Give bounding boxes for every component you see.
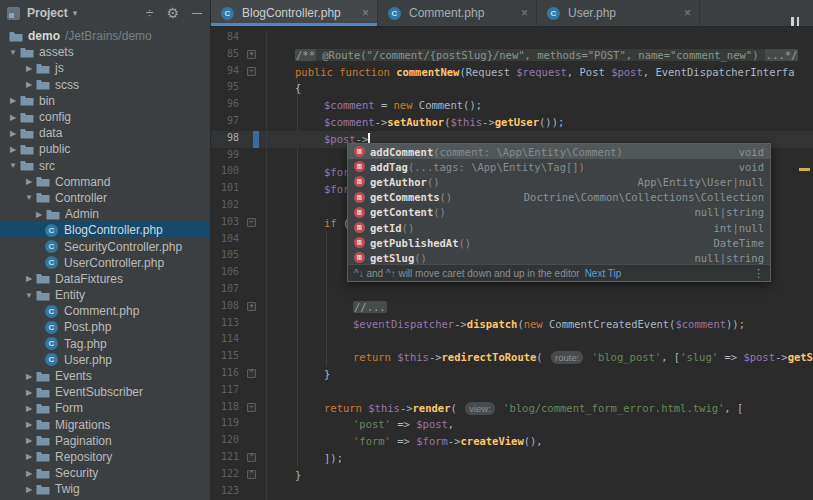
fold-marker-icon[interactable]: − (247, 67, 256, 76)
tree-item-config[interactable]: ▶config (0, 109, 210, 125)
gutter[interactable]: 108+ (211, 299, 267, 316)
editor-tab-user-php[interactable]: CUser.php× (537, 0, 700, 26)
gutter[interactable]: 120 (211, 433, 267, 450)
fold-marker-icon[interactable]: + (247, 50, 256, 59)
chevron-right-icon[interactable]: ▶ (7, 145, 19, 154)
code-line-84[interactable]: 84 (211, 30, 813, 47)
completion-item-getContent[interactable]: mgetContent()null|string (348, 205, 770, 220)
gutter[interactable]: 85+ (211, 47, 267, 64)
gutter[interactable]: 95 (211, 80, 267, 97)
gutter[interactable]: 115 (211, 349, 267, 366)
tree-item-security[interactable]: ▶Security (0, 465, 210, 481)
gear-icon[interactable]: ⚙ (167, 6, 180, 20)
code-line-94[interactable]: 94−public function commentNew(Request $r… (211, 64, 813, 81)
gutter[interactable]: 106 (211, 265, 267, 282)
gutter[interactable]: 103− (211, 215, 267, 232)
fold-marker-icon[interactable]: ^ (247, 453, 256, 462)
tree-item-admin[interactable]: ▶Admin (0, 206, 210, 222)
chevron-right-icon[interactable]: ▶ (23, 436, 35, 445)
close-icon[interactable]: × (362, 6, 369, 20)
code-line-95[interactable]: 95{ (211, 80, 813, 97)
chevron-right-icon[interactable]: ▶ (23, 274, 35, 283)
gutter[interactable]: 107 (211, 282, 267, 299)
warning-stripe-mark[interactable] (799, 168, 810, 171)
more-options-icon[interactable]: ⋮ (753, 267, 764, 280)
tree-item-demo[interactable]: demo/JetBrains/demo (0, 28, 210, 44)
tree-item-js[interactable]: ▶js (0, 60, 210, 76)
gutter[interactable]: 122^ (211, 467, 267, 484)
tree-item-src[interactable]: ▼src (0, 158, 210, 174)
editor-tab-comment-php[interactable]: CComment.php× (378, 0, 537, 26)
editor-tab-blogcontroller-php[interactable]: CBlogController.php× (211, 0, 378, 26)
gutter[interactable]: 123 (211, 484, 267, 500)
chevron-right-icon[interactable]: ▶ (23, 388, 35, 397)
tree-item-usercontroller-php[interactable]: CUserController.php (0, 255, 210, 271)
tree-item-data[interactable]: ▶data (0, 125, 210, 141)
tree-item-public[interactable]: ▶public (0, 141, 210, 157)
tree-item-form[interactable]: ▶Form (0, 400, 210, 416)
chevron-right-icon[interactable]: ▶ (23, 469, 35, 478)
completion-item-getId[interactable]: mgetId()int|null (348, 220, 770, 235)
project-panel-title[interactable]: Project (27, 6, 68, 20)
gutter[interactable]: 104 (211, 232, 267, 249)
close-icon[interactable]: × (684, 6, 691, 20)
chevron-right-icon[interactable]: ▶ (23, 452, 35, 461)
chevron-right-icon[interactable]: ▶ (23, 485, 35, 494)
tree-item-comment-php[interactable]: CComment.php (0, 303, 210, 319)
code-line-117[interactable]: 117 (211, 383, 813, 400)
tree-item-post-php[interactable]: CPost.php (0, 319, 210, 335)
chevron-right-icon[interactable]: ▶ (7, 96, 19, 105)
gutter[interactable]: 100 (211, 164, 267, 181)
tree-item-pagination[interactable]: ▶Pagination (0, 433, 210, 449)
code-line-115[interactable]: 115return $this->redirectToRoute( route:… (211, 349, 813, 366)
gutter[interactable]: 102 (211, 198, 267, 215)
gutter[interactable]: 105 (211, 248, 267, 265)
tree-item-events[interactable]: ▶Events (0, 368, 210, 384)
code-line-121[interactable]: 121^]); (211, 450, 813, 467)
code-line-108[interactable]: 108+//... (211, 299, 813, 316)
gutter[interactable]: 118− (211, 400, 267, 417)
tree-item-controller[interactable]: ▼Controller (0, 190, 210, 206)
chevron-right-icon[interactable]: ▶ (23, 404, 35, 413)
gutter[interactable]: 84 (211, 30, 267, 47)
next-tip-link[interactable]: Next Tip (585, 268, 622, 279)
gutter[interactable]: 96 (211, 97, 267, 114)
gutter[interactable]: 117 (211, 383, 267, 400)
gutter[interactable]: 94− (211, 64, 267, 81)
completion-item-getPublishedAt[interactable]: mgetPublishedAt()DateTime (348, 235, 770, 250)
fold-marker-icon[interactable]: ^ (247, 369, 256, 378)
tree-item-repository[interactable]: ▶Repository (0, 449, 210, 465)
completion-item-getComments[interactable]: mgetComments()Doctrine\Common\Collection… (348, 190, 770, 205)
completion-item-getSlug[interactable]: mgetSlug()null|string (348, 250, 770, 264)
fold-marker-icon[interactable]: − (247, 218, 256, 227)
code-line-120[interactable]: 120'form' => $form->createView(), (211, 433, 813, 450)
tree-item-migrations[interactable]: ▶Migrations (0, 417, 210, 433)
chevron-right-icon[interactable]: ▶ (7, 129, 19, 138)
chevron-down-icon[interactable]: ▼ (7, 161, 19, 170)
chevron-right-icon[interactable]: ▶ (23, 64, 35, 73)
completion-item-addComment[interactable]: maddComment(comment: \App\Entity\Comment… (348, 144, 770, 159)
code-line-114[interactable]: 114 (211, 332, 813, 349)
chevron-right-icon[interactable]: ▶ (23, 177, 35, 186)
tree-item-securitycontroller-php[interactable]: CSecurityController.php (0, 238, 210, 254)
gutter[interactable]: 116^ (211, 366, 267, 383)
code-line-85[interactable]: 85+/** @Route("/comment/{postSlug}/new",… (211, 47, 813, 64)
tree-item-tag-php[interactable]: CTag.php (0, 336, 210, 352)
gutter[interactable]: 119 (211, 416, 267, 433)
completion-item-addTag[interactable]: maddTag(...tags: \App\Entity\Tag[])void (348, 159, 770, 174)
tree-item-entity[interactable]: ▼Entity (0, 287, 210, 303)
tree-item-user-php[interactable]: CUser.php (0, 352, 210, 368)
code-line-107[interactable]: 107 (211, 282, 813, 299)
chevron-right-icon[interactable]: ▶ (33, 210, 45, 219)
chevron-down-icon[interactable]: ▾ (73, 8, 78, 18)
fold-marker-icon[interactable]: + (247, 302, 256, 311)
folded-region[interactable]: /** @Route("/comment/{postSlug}/new", me… (295, 49, 798, 61)
gutter[interactable]: 98 (211, 131, 267, 148)
tree-item-assets[interactable]: ▼assets (0, 44, 210, 60)
code-line-116[interactable]: 116^} (211, 366, 813, 383)
completion-item-getAuthor[interactable]: mgetAuthor()App\Entity\User|null (348, 174, 770, 189)
code-line-113[interactable]: 113$eventDispatcher->dispatch(new Commen… (211, 316, 813, 333)
tree-item-scss[interactable]: ▶scss (0, 77, 210, 93)
code-line-118[interactable]: 118−return $this->render( view: 'blog/co… (211, 400, 813, 417)
gutter[interactable]: 113 (211, 316, 267, 333)
